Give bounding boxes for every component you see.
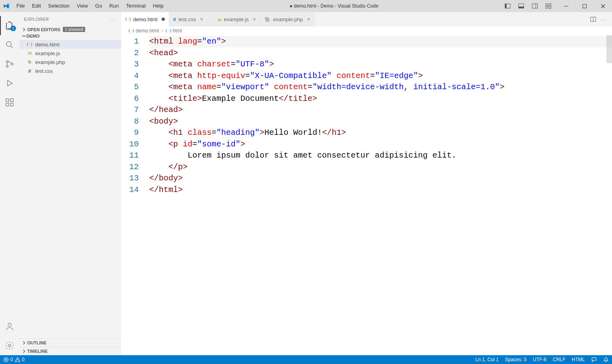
status-language[interactable]: HTML	[568, 355, 588, 364]
code-line[interactable]: </body>	[149, 173, 612, 184]
open-editors-label: OPEN EDITORS	[27, 27, 60, 32]
html-file-icon	[128, 28, 134, 34]
file-label: test.css	[35, 68, 53, 74]
file-demo-html[interactable]: demo.html	[19, 40, 121, 49]
activity-source-control[interactable]	[0, 54, 19, 74]
file-label: demo.html	[35, 42, 60, 48]
status-encoding[interactable]: UTF-8	[530, 355, 550, 364]
php-file-icon: 🐘	[26, 60, 33, 64]
unsaved-badge: 1 unsaved	[63, 27, 85, 32]
chevron-right-icon	[22, 27, 27, 32]
file-label: example.js	[35, 50, 60, 56]
editor-more-icon[interactable]: ···	[600, 16, 607, 22]
code-line[interactable]: <p id="some-id">	[149, 139, 612, 150]
code-line[interactable]: Lorem ipsum dolor sit amet consectetur a…	[149, 150, 612, 162]
svg-rect-4	[532, 4, 538, 8]
code-line[interactable]: <meta name="viewport" content="width=dev…	[149, 82, 612, 93]
tab-example-js[interactable]: JSexample.js×	[213, 12, 260, 26]
svg-rect-8	[546, 6, 548, 8]
code-line[interactable]: </p>	[149, 162, 612, 173]
close-tab-icon[interactable]: ×	[253, 16, 256, 22]
tab-label: example.js	[224, 16, 249, 22]
folder-header[interactable]: DEMO	[19, 33, 121, 39]
menu-selection[interactable]: Selection	[44, 0, 73, 12]
file-test-css[interactable]: # test.css	[19, 66, 121, 75]
code-line[interactable]: <meta charset="UTF-8">	[149, 59, 612, 70]
window-controls	[557, 0, 612, 12]
breadcrumb-symbol[interactable]: html	[173, 28, 182, 34]
timeline-label: TIMELINE	[27, 349, 48, 354]
close-tab-icon[interactable]: ×	[307, 16, 310, 22]
tab-test-css[interactable]: #test.css×	[169, 12, 213, 26]
tab-example-php[interactable]: 🐘example.php×	[260, 12, 315, 26]
menu-run[interactable]: Run	[106, 0, 122, 12]
code-line[interactable]: <html lang="en">	[149, 36, 612, 48]
open-editors-header[interactable]: OPEN EDITORS 1 unsaved	[19, 26, 121, 33]
file-example-php[interactable]: 🐘 example.php	[19, 58, 121, 66]
window-close-icon[interactable]	[594, 0, 612, 12]
window-title: ● demo.html - Demo - Visual Studio Code	[167, 3, 501, 9]
status-eol[interactable]: CRLF	[550, 355, 568, 364]
editor-scrollbar[interactable]	[606, 35, 612, 355]
status-errors-count: 0	[10, 357, 13, 362]
chevron-down-icon	[22, 34, 26, 38]
vscode-logo-icon	[3, 2, 10, 10]
activity-search[interactable]	[0, 35, 19, 54]
tab-demo-html[interactable]: demo.html	[121, 12, 169, 26]
symbol-icon	[166, 28, 171, 34]
timeline-header[interactable]: TIMELINE	[19, 347, 121, 355]
svg-point-14	[6, 66, 8, 68]
activity-bar: 1	[0, 12, 19, 355]
code-line[interactable]: </html>	[149, 184, 612, 196]
html-file-icon	[125, 16, 131, 22]
outline-header[interactable]: OUTLINE	[19, 339, 121, 347]
breadcrumbs[interactable]: demo.html › html	[121, 26, 612, 35]
sidebar-explorer: EXPLORER ··· OPEN EDITORS 1 unsaved DEMO…	[19, 12, 121, 355]
toggle-secondary-sidebar-icon[interactable]	[528, 0, 542, 12]
code-editor[interactable]: 1234567891011121314 <html lang="en"><hea…	[121, 35, 612, 355]
menu-edit[interactable]: Edit	[28, 0, 44, 12]
status-problems[interactable]: 0 0	[0, 355, 28, 364]
menu-help[interactable]: Help	[149, 0, 167, 12]
code-line[interactable]: <meta http-equiv="X-UA-Compatible" conte…	[149, 70, 612, 82]
menu-view[interactable]: View	[73, 0, 92, 12]
svg-point-20	[8, 323, 11, 326]
sidebar-more-icon[interactable]: ···	[110, 17, 116, 22]
activity-run-debug[interactable]	[0, 74, 19, 93]
status-warnings-count: 0	[22, 357, 25, 362]
activity-extensions[interactable]	[0, 93, 19, 112]
status-feedback-icon[interactable]	[588, 355, 600, 364]
customize-layout-icon[interactable]	[542, 0, 555, 12]
svg-point-12	[6, 42, 11, 46]
file-example-js[interactable]: JS example.js	[19, 49, 121, 58]
menu-terminal[interactable]: Terminal	[122, 0, 149, 12]
toggle-primary-sidebar-icon[interactable]	[501, 0, 514, 12]
css-file-icon: #	[26, 68, 33, 74]
status-indentation[interactable]: Spaces: 3	[502, 355, 530, 364]
breadcrumb-file[interactable]: demo.html	[136, 28, 159, 34]
code-line[interactable]: <head>	[149, 48, 612, 59]
menubar: File Edit Selection View Go Run Terminal…	[13, 0, 167, 12]
explorer-badge: 1	[10, 26, 16, 31]
close-tab-icon[interactable]: ×	[200, 16, 203, 22]
menu-go[interactable]: Go	[92, 0, 106, 12]
svg-rect-6	[546, 4, 548, 6]
window-maximize-icon[interactable]	[575, 0, 594, 12]
tab-label: test.css	[178, 16, 196, 22]
code-line[interactable]: <title>Example Document</title>	[149, 93, 612, 105]
menu-file[interactable]: File	[13, 0, 28, 12]
svg-rect-9	[549, 6, 551, 8]
html-file-icon	[26, 42, 33, 47]
code-line[interactable]: </head>	[149, 104, 612, 116]
status-notifications-icon[interactable]	[600, 355, 612, 364]
activity-settings[interactable]	[0, 336, 19, 355]
code-line[interactable]: <h1 class="heading">Hello World!</h1>	[149, 127, 612, 139]
activity-explorer[interactable]: 1	[0, 16, 19, 35]
svg-point-15	[11, 63, 13, 65]
split-editor-icon[interactable]	[590, 16, 596, 22]
status-cursor-position[interactable]: Ln 1, Col 1	[472, 355, 502, 364]
window-minimize-icon[interactable]	[557, 0, 575, 12]
code-line[interactable]: <body>	[149, 116, 612, 128]
activity-accounts[interactable]	[0, 317, 19, 336]
toggle-panel-icon[interactable]	[514, 0, 528, 12]
